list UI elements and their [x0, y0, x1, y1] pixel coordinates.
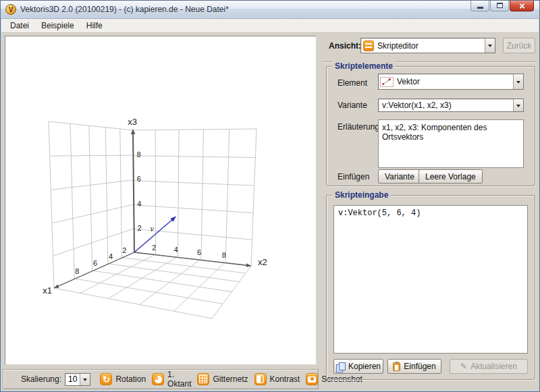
element-select[interactable]: Vektor — [378, 74, 524, 90]
contrast-icon — [254, 373, 267, 385]
skripteingabe-title: Skripteingabe — [332, 190, 391, 200]
screenshot-icon — [306, 373, 318, 385]
svg-text:8: 8 — [75, 267, 79, 275]
copy-icon — [336, 362, 345, 371]
svg-text:6: 6 — [137, 175, 141, 183]
kopieren-button[interactable]: Kopieren — [333, 359, 383, 374]
menu-beispiele[interactable]: Beispiele — [35, 20, 80, 32]
menu-datei[interactable]: Datei — [4, 20, 35, 32]
skalierung-value: 10 — [65, 374, 80, 384]
vector-icon — [380, 77, 394, 87]
title-bar[interactable]: V Vektoris3D 2.0 (20100219) - (c) kapier… — [1, 1, 539, 19]
zurueck-button[interactable]: Zurück — [503, 38, 535, 53]
svg-text:8: 8 — [136, 150, 140, 159]
erlaeuterung-box: x1, x2, x3: Komponenten des Ortsvektors — [378, 119, 524, 168]
svg-text:6: 6 — [93, 259, 97, 267]
skalierung-label: Skalierung: — [21, 374, 61, 384]
svg-text:8: 8 — [222, 251, 226, 259]
chevron-down-icon[interactable] — [513, 99, 523, 111]
minimize-icon — [477, 7, 483, 9]
element-selected-value: Vektor — [394, 77, 513, 86]
script-editor-icon — [363, 40, 374, 51]
script-input[interactable]: v:Vektor(5, 6, 4) — [333, 205, 528, 354]
oktant-button[interactable]: 1. Oktant — [152, 370, 191, 389]
chevron-down-icon[interactable] — [80, 374, 90, 385]
paste-icon — [393, 362, 400, 371]
svg-text:x3: x3 — [128, 117, 137, 127]
variante-select[interactable]: v:Vektor(x1, x2, x3) — [378, 99, 524, 112]
svg-text:v: v — [150, 224, 154, 233]
bottom-toolbar: Skalierung: 10 ↻ Rotation 1. Oktant Gitt… — [3, 369, 319, 389]
window-title: Vektoris3D 2.0 (20100219) - (c) kapieren… — [20, 5, 229, 14]
variante-selected-value: v:Vektor(x1, x2, x3) — [379, 101, 513, 110]
skripteingabe-group: Skripteingabe v:Vektor(5, 6, 4) Kopieren… — [326, 195, 535, 380]
octant-icon — [152, 373, 164, 385]
rotation-icon: ↻ — [100, 373, 112, 385]
chevron-down-icon[interactable] — [485, 38, 495, 53]
minimize-button[interactable] — [470, 0, 489, 11]
skriptelemente-title: Skriptelemente — [332, 61, 396, 71]
kontrast-button[interactable]: Kontrast — [254, 373, 300, 385]
einfuegen-button[interactable]: Einfügen — [387, 359, 441, 374]
ansicht-selected-value: Skripteditor — [374, 41, 485, 51]
svg-text:x2: x2 — [258, 257, 267, 267]
aktualisieren-button[interactable]: ✎ Aktualisieren — [450, 359, 528, 374]
plot-panel[interactable]: 246824682468x1x2x3v — [5, 36, 317, 365]
element-label: Element — [338, 78, 367, 88]
variante-button[interactable]: Variante — [378, 169, 421, 184]
svg-text:2: 2 — [122, 246, 126, 254]
close-button[interactable] — [510, 0, 534, 11]
grid-icon — [197, 373, 209, 385]
einfuegen-label: Einfügen — [338, 172, 369, 181]
ansicht-select[interactable]: Skripteditor — [360, 38, 495, 53]
erlaeuterung-label: Erläuterung — [338, 122, 379, 132]
plot-3d-scene[interactable]: 246824682468x1x2x3v — [5, 36, 316, 364]
svg-text:4: 4 — [109, 252, 113, 260]
svg-text:2: 2 — [152, 244, 156, 252]
variante-label: Variante — [338, 101, 367, 110]
ansicht-label: Ansicht: — [329, 41, 361, 51]
svg-text:x1: x1 — [43, 285, 52, 296]
svg-text:6: 6 — [197, 248, 201, 256]
maximize-icon — [497, 3, 503, 8]
app-window: V Vektoris3D 2.0 (20100219) - (c) kapier… — [0, 0, 540, 392]
app-icon: V — [5, 4, 16, 15]
skriptelemente-group: Skriptelemente Element Vektor Variante v… — [326, 66, 535, 186]
pencil-icon: ✎ — [460, 362, 467, 370]
svg-text:4: 4 — [174, 246, 178, 254]
menu-bar: Datei Beispiele Hilfe — [1, 19, 539, 33]
menu-hilfe[interactable]: Hilfe — [80, 20, 109, 32]
rotation-button[interactable]: ↻ Rotation — [100, 373, 146, 385]
skalierung-select[interactable]: 10 — [65, 373, 90, 386]
svg-text:2: 2 — [138, 224, 142, 232]
leere-vorlage-button[interactable]: Leere Vorlage — [418, 169, 483, 184]
gitternetz-button[interactable]: Gitternetz — [197, 373, 248, 385]
chevron-down-icon[interactable] — [513, 74, 523, 89]
svg-text:4: 4 — [137, 200, 141, 208]
close-icon — [518, 2, 526, 9]
maximize-button[interactable] — [490, 0, 509, 11]
